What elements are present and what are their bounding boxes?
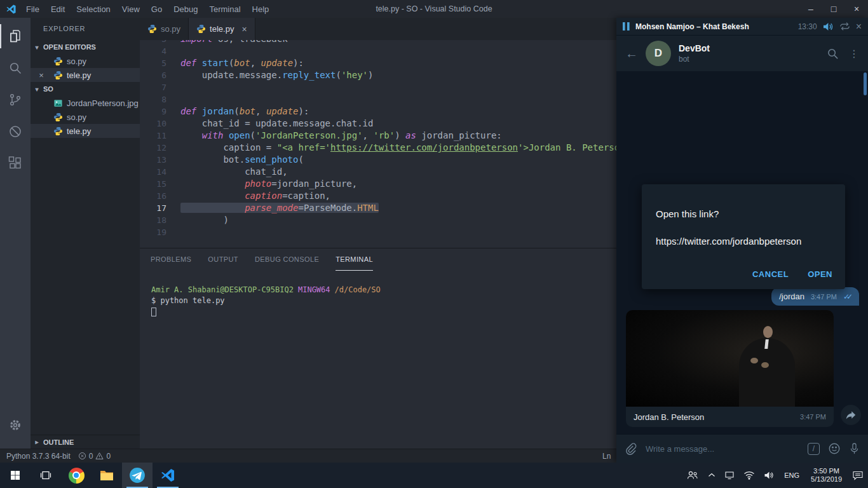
code-token: ( xyxy=(250,130,255,140)
microphone-icon[interactable] xyxy=(849,442,860,456)
maximize-button[interactable]: □ xyxy=(822,0,845,18)
python-version[interactable]: Python 3.7.3 64-bit xyxy=(6,452,71,461)
code-token: update xyxy=(261,58,293,68)
window-controls: – □ × xyxy=(799,0,868,18)
code-token: "<a href=' xyxy=(277,142,330,152)
player-close-icon[interactable]: × xyxy=(856,22,862,32)
code-token: =jordan_picture, xyxy=(271,179,357,189)
cancel-button[interactable]: CANCEL xyxy=(752,269,789,279)
code-token: send_photo xyxy=(245,154,298,165)
code-token: bot xyxy=(240,106,255,116)
chrome-icon[interactable] xyxy=(61,463,92,488)
menu-edit[interactable]: Edit xyxy=(45,4,71,14)
code-token: def xyxy=(180,106,196,116)
back-arrow-icon[interactable]: ← xyxy=(625,46,638,61)
chevron-down-icon: ▾ xyxy=(33,44,41,51)
language-indicator[interactable]: ENG xyxy=(778,471,805,479)
message-input[interactable] xyxy=(646,444,799,454)
vscode-logo-icon xyxy=(160,468,175,483)
repeat-icon[interactable] xyxy=(839,22,850,31)
tab-tele-py[interactable]: tele.py × xyxy=(189,18,255,40)
cursor-position[interactable]: Ln xyxy=(602,452,611,461)
menu-selection[interactable]: Selection xyxy=(71,4,116,14)
people-icon[interactable] xyxy=(682,463,703,488)
source-control-icon[interactable] xyxy=(0,84,31,116)
close-button[interactable]: × xyxy=(845,0,868,18)
open-editor-tele-py[interactable]: × tele.py xyxy=(31,68,140,82)
clock[interactable]: 3:50 PM 5/13/2019 xyxy=(805,467,848,484)
chevron-down-icon: ▾ xyxy=(33,86,41,93)
tab-problems[interactable]: PROBLEMS xyxy=(151,248,191,271)
task-view-button[interactable] xyxy=(31,463,61,488)
telegram-icon[interactable] xyxy=(122,463,153,488)
vscode-icon[interactable] xyxy=(153,463,183,488)
open-editors-label: OPEN EDITORS xyxy=(43,43,96,51)
track-title: Mohsen Namjoo – Khat Bekesh xyxy=(635,22,749,31)
search-icon[interactable] xyxy=(0,52,31,84)
tab-so-py[interactable]: so.py xyxy=(140,18,189,40)
close-icon[interactable]: × xyxy=(37,71,46,80)
outline-section[interactable]: ▸ OUTLINE xyxy=(31,435,140,449)
open-editors-header[interactable]: ▾ OPEN EDITORS xyxy=(31,40,140,54)
avatar[interactable]: D xyxy=(646,41,671,66)
message-time: 3:47 PM xyxy=(811,293,837,301)
bot-commands-icon[interactable]: / xyxy=(808,443,820,455)
settings-gear-icon[interactable] xyxy=(0,409,31,441)
explorer-icon[interactable] xyxy=(0,20,31,52)
peer-info[interactable]: DevBot bot xyxy=(679,43,819,64)
outline-label: OUTLINE xyxy=(43,438,74,446)
code-token: ): xyxy=(298,106,309,116)
menu-debug[interactable]: Debug xyxy=(168,4,203,14)
menu-file[interactable]: File xyxy=(20,4,45,14)
volume-icon[interactable] xyxy=(823,22,834,31)
menu-view[interactable]: View xyxy=(116,4,146,14)
code-token: ) xyxy=(395,130,405,140)
file-explorer-icon[interactable] xyxy=(92,463,122,488)
chevron-up-icon[interactable] xyxy=(703,463,720,488)
minimize-button[interactable]: – xyxy=(799,0,822,18)
tab-output[interactable]: OUTPUT xyxy=(208,248,238,271)
music-player-bar: Mohsen Namjoo – Khat Bekesh 13:30 × xyxy=(616,18,868,36)
attach-icon[interactable] xyxy=(625,442,637,455)
python-file-icon xyxy=(53,57,63,66)
file-jordanpeterson-jpg[interactable]: JordanPeterson.jpg xyxy=(31,96,140,110)
dialog-url: https://twitter.com/jordanbpeterson xyxy=(656,236,831,247)
code-token: import xyxy=(180,40,213,44)
debug-icon[interactable] xyxy=(0,116,31,147)
file-so-py[interactable]: so.py xyxy=(31,110,140,124)
pause-button[interactable] xyxy=(623,22,630,30)
problems-indicator[interactable]: 0 0 xyxy=(78,452,111,461)
selection-highlight: parse_mode=ParseMode.HTML xyxy=(180,203,379,213)
share-button[interactable] xyxy=(841,405,861,425)
open-button[interactable]: OPEN xyxy=(808,269,832,279)
extensions-icon[interactable] xyxy=(0,147,31,179)
open-editor-so-py[interactable]: so.py xyxy=(31,54,140,68)
network-icon[interactable] xyxy=(720,463,739,488)
taskbar: ENG 3:50 PM 5/13/2019 xyxy=(0,463,868,488)
code-token xyxy=(180,203,245,213)
folder-so-header[interactable]: ▾ SO xyxy=(31,82,140,96)
menu-terminal[interactable]: Terminal xyxy=(203,4,246,14)
volume-icon[interactable] xyxy=(759,463,778,488)
code-token: os, traceback xyxy=(213,40,288,44)
code-token-link[interactable]: https://twitter.com/jordanbpeterson xyxy=(330,142,518,152)
scrollbar-thumb[interactable] xyxy=(864,72,867,95)
menu-go[interactable]: Go xyxy=(146,4,168,14)
tab-debug-console[interactable]: DEBUG CONSOLE xyxy=(255,248,319,271)
wifi-icon[interactable] xyxy=(739,463,759,488)
file-tele-py[interactable]: tele.py xyxy=(31,124,140,138)
python-file-icon xyxy=(147,24,157,34)
track-time: 13:30 xyxy=(798,22,817,31)
tab-terminal[interactable]: TERMINAL xyxy=(336,248,373,271)
menu-help[interactable]: Help xyxy=(247,4,275,14)
kebab-menu-icon[interactable]: ⋮ xyxy=(846,48,859,60)
action-center-icon[interactable] xyxy=(848,463,868,488)
close-icon[interactable]: × xyxy=(241,24,247,34)
emoji-icon[interactable] xyxy=(828,442,841,455)
search-icon[interactable] xyxy=(827,48,839,60)
message-command[interactable]: /jordan 3:47 PM ✓✓ xyxy=(771,287,859,306)
code-token: , xyxy=(255,106,266,116)
python-file-icon xyxy=(53,71,63,80)
start-button[interactable] xyxy=(0,463,31,488)
message-photo[interactable]: Jordan B. Peterson 3:47 PM xyxy=(626,310,834,427)
